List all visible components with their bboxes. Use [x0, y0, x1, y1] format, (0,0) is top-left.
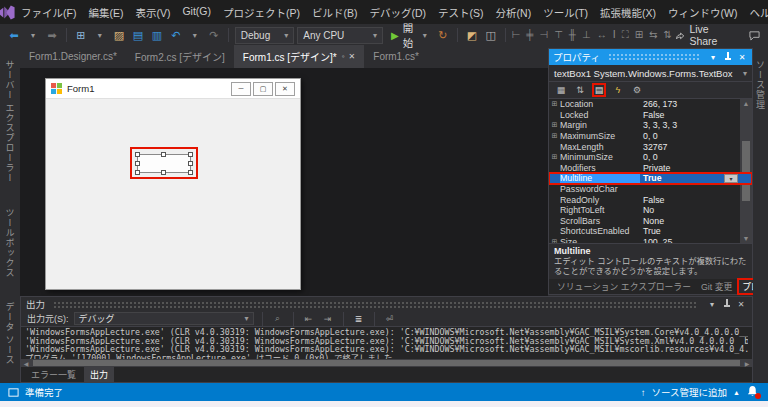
make-same-size-icon[interactable]: ⛶	[622, 29, 629, 41]
make-same-width-icon[interactable]: ↔	[597, 29, 607, 41]
form-minimize-button[interactable]: ─	[231, 82, 251, 96]
align-middles-icon[interactable]: ╫	[569, 29, 576, 41]
form-close-button[interactable]: ✕	[275, 82, 295, 96]
auto-hide-pin-icon[interactable]	[723, 52, 732, 62]
redo-icon[interactable]: ↷	[206, 26, 222, 44]
property-row[interactable]: ShortcutsEnabled True ▾	[549, 226, 752, 237]
forms-designer-surface[interactable]: Form1 ─ ▢ ✕	[20, 68, 548, 296]
property-row[interactable]: PasswordChar ▾	[549, 184, 752, 195]
property-value[interactable]: False	[640, 110, 752, 120]
align-lefts-icon[interactable]: ⊢	[512, 29, 521, 41]
document-tab[interactable]: Form1.Designer.cs* ◦✕	[20, 45, 126, 68]
property-value[interactable]: No	[640, 205, 752, 215]
navigate-back-icon[interactable]: ⬅	[6, 26, 22, 44]
property-grid-scrollbar[interactable]: ▲ ▼	[740, 99, 752, 243]
hot-reload-icon[interactable]: ↻	[435, 26, 451, 44]
auto-hide-pin-icon[interactable]	[722, 299, 731, 309]
menu-item[interactable]: ビルド(B)	[306, 0, 364, 25]
close-tab-icon[interactable]: ✕	[349, 52, 356, 61]
property-value[interactable]: 3, 3, 3, 3	[640, 120, 752, 130]
scrollbar-thumb[interactable]	[742, 141, 750, 201]
property-value[interactable]: 32767	[640, 142, 752, 152]
align-tops-icon[interactable]: ⊤	[554, 29, 563, 41]
categorized-icon[interactable]: ▦	[554, 83, 568, 97]
live-share-button[interactable]: Live Share	[675, 23, 733, 47]
menu-item[interactable]: Git(G)	[176, 0, 217, 25]
panel-tab[interactable]: エラー一覧	[25, 367, 82, 382]
undo-dropdown-icon[interactable]: ▾	[187, 26, 203, 44]
align-centers-icon[interactable]: ╪	[526, 29, 533, 41]
navigate-back-dropdown-icon[interactable]: ▾	[25, 26, 41, 44]
menu-item[interactable]: テスト(S)	[432, 0, 490, 25]
go-to-previous-message-icon[interactable]: ⇤	[302, 314, 316, 324]
open-folder-icon[interactable]: ▨	[111, 26, 127, 44]
properties-view-icon[interactable]: ▤	[592, 83, 606, 97]
menu-item[interactable]: ツール(T)	[537, 0, 594, 25]
selection-handle[interactable]	[161, 170, 166, 175]
window-position-icon[interactable]: ▾	[706, 300, 718, 309]
save-all-icon[interactable]: ▥	[149, 26, 165, 44]
property-row[interactable]: ScrollBars None ▾	[549, 216, 752, 227]
property-row[interactable]: RightToLeft No ▾	[549, 205, 752, 216]
window-position-icon[interactable]: ▾	[707, 53, 719, 62]
right-vertical-tab[interactable]: ソース管理	[754, 50, 767, 120]
navigate-forward-icon[interactable]: ➡	[44, 26, 60, 44]
events-icon[interactable]: ϟ	[611, 83, 625, 97]
panel-tab[interactable]: ソリューション エクスプローラー	[553, 279, 695, 294]
scroll-left-icon[interactable]: ◀	[21, 360, 31, 367]
screenshot-icon[interactable]: ◫	[483, 26, 499, 44]
feedback-icon[interactable]	[746, 26, 762, 44]
menu-item[interactable]: プロジェクト(P)	[217, 0, 306, 25]
output-panel-header[interactable]: 出力 ▾ ✕	[21, 297, 752, 311]
property-row[interactable]: MaximumSize 0, 0 ▾	[549, 131, 752, 142]
expand-icon[interactable]	[549, 121, 560, 129]
selection-handle[interactable]	[188, 152, 193, 157]
property-row[interactable]: Multiline True ▾	[549, 173, 752, 184]
menu-item[interactable]: ウィンドウ(W)	[662, 0, 743, 25]
find-in-files-icon[interactable]: ◩	[464, 26, 480, 44]
output-text-area[interactable]: 'WindowsFormsAppLecture.exe' (CLR v4.0.3…	[21, 327, 752, 359]
align-bottoms-icon[interactable]: ⊥	[582, 29, 591, 41]
property-value[interactable]: 100, 25	[640, 237, 752, 243]
property-value[interactable]: None	[640, 216, 752, 226]
property-row[interactable]: MaxLength 32767 ▾	[549, 141, 752, 152]
document-tab[interactable]: Form1.cs [デザイン]* ◦✕	[234, 45, 364, 68]
pin-tab-icon[interactable]: ◦	[342, 52, 345, 61]
start-debug-button[interactable]: ▶ 開始 ▾	[386, 26, 432, 44]
textbox-control[interactable]	[137, 154, 191, 173]
property-row[interactable]: Size 100, 25 ▾	[549, 237, 752, 243]
menu-item[interactable]: 分析(N)	[490, 0, 538, 25]
property-row[interactable]: Modifiers Private ▾	[549, 163, 752, 174]
menu-item[interactable]: 表示(V)	[129, 0, 176, 25]
expand-icon[interactable]	[549, 238, 560, 243]
alphabetical-icon[interactable]: ⇅	[573, 83, 587, 97]
notifications-bell-icon[interactable]	[746, 385, 760, 399]
scrollbar-thumb[interactable]	[33, 360, 740, 366]
object-selector-dropdown[interactable]: textBox1 System.Windows.Forms.TextBox ▾	[549, 65, 752, 82]
value-dropdown-icon[interactable]: ▾	[724, 174, 738, 183]
property-value[interactable]: 266, 173	[640, 99, 752, 109]
scroll-up-icon[interactable]: ▲	[743, 100, 750, 107]
menu-item[interactable]: ヘルプ(H)	[743, 0, 768, 25]
vertical-spacing-icon[interactable]: ⇅	[663, 29, 671, 41]
expand-icon[interactable]	[549, 100, 560, 108]
property-row[interactable]: MinimumSize 0, 0 ▾	[549, 152, 752, 163]
close-panel-icon[interactable]: ✕	[735, 300, 747, 309]
platform-dropdown[interactable]: Any CPU ▾	[297, 27, 383, 44]
property-row[interactable]: ReadOnly False ▾	[549, 194, 752, 205]
size-to-grid-icon[interactable]: ⊞	[635, 29, 643, 41]
configuration-dropdown[interactable]: Debug ▾	[235, 27, 294, 44]
selection-handle[interactable]	[188, 161, 193, 166]
close-panel-icon[interactable]: ✕	[736, 53, 748, 62]
expand-icon[interactable]	[549, 132, 560, 140]
document-tab[interactable]: Form1.cs* ◦✕	[364, 45, 428, 68]
properties-panel-header[interactable]: プロパティ ▾ ✕	[549, 49, 752, 65]
output-source-dropdown[interactable]: デバッグ ▾	[74, 312, 254, 325]
property-value[interactable]: Private	[640, 163, 752, 173]
expand-icon[interactable]	[549, 153, 560, 161]
property-pages-icon[interactable]: ⚙	[630, 83, 644, 97]
new-dropdown-icon[interactable]: ▾	[92, 26, 108, 44]
property-value[interactable]: True	[640, 173, 724, 183]
left-vertical-tab[interactable]: ツールボックス	[4, 198, 17, 288]
left-vertical-tab[interactable]: データ ソース	[4, 292, 17, 376]
